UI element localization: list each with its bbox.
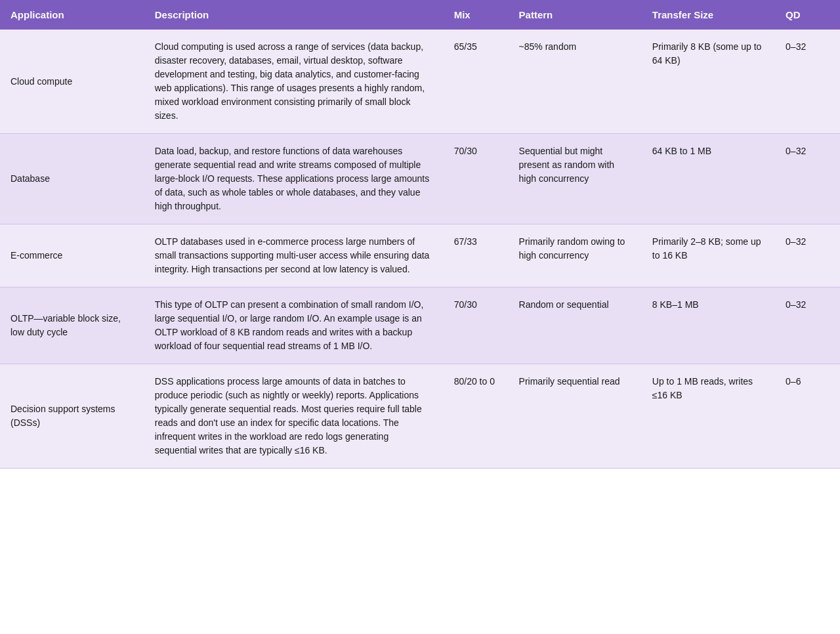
cell-description: Data load, backup, and restore functions… — [144, 134, 444, 224]
cell-mix: 67/33 — [444, 224, 509, 287]
header-description: Description — [144, 0, 444, 30]
cell-pattern: Sequential but might present as random w… — [509, 134, 642, 224]
workload-table: Application Description Mix Pattern Tran… — [0, 0, 840, 469]
table-row: E-commerceOLTP databases used in e-comme… — [0, 224, 840, 287]
header-pattern: Pattern — [509, 0, 642, 30]
header-qd: QD — [775, 0, 840, 30]
cell-application: Cloud compute — [0, 30, 144, 134]
cell-application: E-commerce — [0, 224, 144, 287]
cell-qd: 0–32 — [775, 287, 840, 364]
cell-description: This type of OLTP can present a combinat… — [144, 287, 444, 364]
cell-pattern: ~85% random — [509, 30, 642, 134]
table-row: Decision support systems (DSSs)DSS appli… — [0, 364, 840, 469]
cell-transfer_size: Up to 1 MB reads, writes ≤16 KB — [642, 364, 775, 469]
cell-transfer_size: 64 KB to 1 MB — [642, 134, 775, 224]
main-container: Application Description Mix Pattern Tran… — [0, 0, 840, 634]
cell-description: DSS applications process large amounts o… — [144, 364, 444, 469]
cell-description: OLTP databases used in e-commerce proces… — [144, 224, 444, 287]
cell-pattern: Primarily sequential read — [509, 364, 642, 469]
table-row: Cloud computeCloud computing is used acr… — [0, 30, 840, 134]
cell-qd: 0–32 — [775, 224, 840, 287]
cell-qd: 0–6 — [775, 364, 840, 469]
cell-application: Database — [0, 134, 144, 224]
cell-transfer_size: Primarily 2–8 KB; some up to 16 KB — [642, 224, 775, 287]
table-row: DatabaseData load, backup, and restore f… — [0, 134, 840, 224]
cell-transfer_size: 8 KB–1 MB — [642, 287, 775, 364]
table-header-row: Application Description Mix Pattern Tran… — [0, 0, 840, 30]
cell-mix: 70/30 — [444, 134, 509, 224]
cell-application: Decision support systems (DSSs) — [0, 364, 144, 469]
cell-mix: 70/30 — [444, 287, 509, 364]
cell-mix: 65/35 — [444, 30, 509, 134]
cell-application: OLTP—variable block size, low duty cycle — [0, 287, 144, 364]
header-mix: Mix — [444, 0, 509, 30]
cell-qd: 0–32 — [775, 30, 840, 134]
cell-transfer_size: Primarily 8 KB (some up to 64 KB) — [642, 30, 775, 134]
cell-mix: 80/20 to 0 — [444, 364, 509, 469]
cell-description: Cloud computing is used across a range o… — [144, 30, 444, 134]
cell-pattern: Random or sequential — [509, 287, 642, 364]
header-transfer-size: Transfer Size — [642, 0, 775, 30]
table-row: OLTP—variable block size, low duty cycle… — [0, 287, 840, 364]
cell-qd: 0–32 — [775, 134, 840, 224]
cell-pattern: Primarily random owing to high concurren… — [509, 224, 642, 287]
header-application: Application — [0, 0, 144, 30]
